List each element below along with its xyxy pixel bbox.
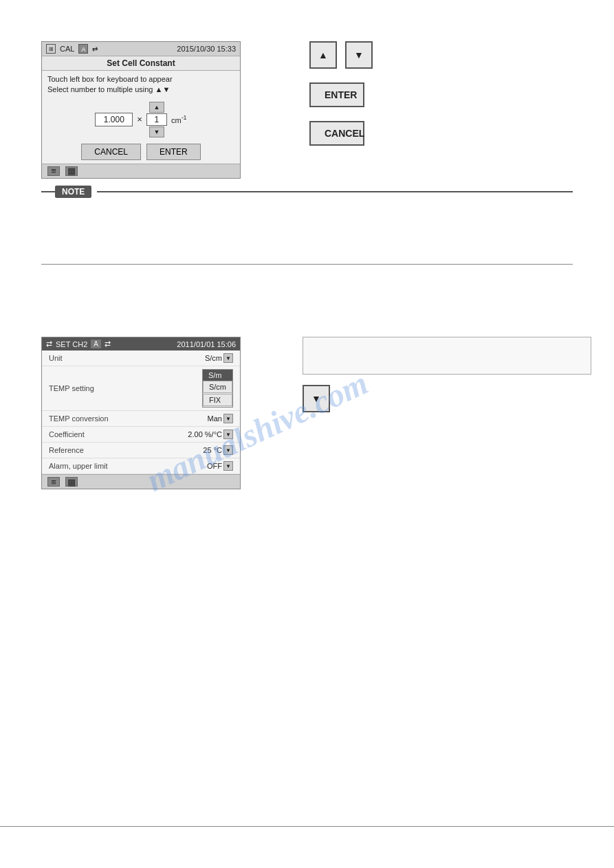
note-text-area [41, 203, 573, 258]
screen-instructions: Touch left box for keyboard to appear Se… [42, 71, 240, 99]
temp-setting-value: S/m S/cm FIX [201, 369, 233, 408]
enter-button[interactable]: ENTER [309, 82, 364, 107]
multiply-symbol: × [137, 114, 142, 124]
dropdown-option-sm[interactable]: S/m [203, 370, 232, 381]
multiplier-area: ▲ 1 ▼ [146, 102, 167, 137]
screen-input-row: 1.000 × ▲ 1 ▼ cm-1 [42, 99, 240, 140]
note-label: NOTE [55, 186, 91, 198]
usb-icon: ⇄ [92, 45, 98, 53]
unit-text: cm [171, 116, 182, 124]
reference-label: Reference [49, 446, 84, 454]
up-arrow-button[interactable]: ▲ [309, 41, 337, 69]
device-screen-bottom: ⇄ SET CH2 A ⇄ 2011/01/01 15:06 Unit S/cm… [41, 337, 241, 489]
screen-buttons-row: CANCEL ENTER [42, 140, 240, 164]
note-line-left [41, 191, 55, 192]
reference-row: Reference 25 °C ▼ [42, 443, 240, 458]
screen-title: Set Cell Constant [42, 56, 240, 71]
alarm-upper-value: OFF ▼ [207, 461, 233, 471]
right-controls-top: ▲ ▼ ENTER CANCEL [309, 41, 373, 146]
list-icon: ≡ [47, 166, 60, 176]
temp-setting-container: TEMP setting S/m S/cm FIX [42, 366, 240, 411]
set-cell-constant-title: Set Cell Constant [107, 58, 175, 68]
alarm-upper-text: OFF [207, 462, 222, 470]
dropdown-popup: S/m S/cm FIX [202, 369, 233, 408]
input-value-display: 1.000 [104, 115, 124, 124]
temp-conversion-row: TEMP conversion Man ▼ [42, 411, 240, 427]
coefficient-text: 2.00 %/°C [188, 430, 222, 438]
temp-conversion-text: Man [208, 414, 222, 423]
arrow-buttons: ▲ ▼ [309, 41, 373, 69]
unit-label-row: Unit [49, 354, 63, 362]
coefficient-label: Coefficient [49, 430, 85, 438]
coefficient-row: Coefficient 2.00 %/°C ▼ [42, 427, 240, 443]
set-ch2-label: SET CH2 [56, 340, 87, 348]
screen-footer-top: ≡ ▦ [42, 164, 240, 178]
temp-conversion-label: TEMP conversion [49, 414, 109, 423]
multiplier-value: 1 [146, 113, 167, 126]
unit-value-row: S/cm ▼ [205, 353, 233, 363]
cal-label: CAL [60, 45, 74, 53]
temp-conversion-value: Man ▼ [208, 414, 233, 423]
alarm-upper-label: Alarm, upper limit [49, 462, 108, 470]
screen-enter-button[interactable]: ENTER [146, 144, 201, 160]
cal-icon: ⊞ [46, 44, 56, 54]
temp-setting-row: TEMP setting S/m S/cm FIX [42, 366, 240, 411]
unit-value-text: S/cm [205, 354, 222, 362]
temp-conversion-dropdown[interactable]: ▼ [223, 414, 233, 423]
screen2-header-left: ⇄ SET CH2 A ⇄ [46, 340, 111, 348]
screen2-footer: ≡ ▦ [42, 474, 240, 489]
note-bottom-divider [41, 264, 573, 265]
note-line-right [97, 191, 573, 192]
bottom-divider [0, 826, 614, 827]
coefficient-value: 2.00 %/°C ▼ [188, 430, 233, 439]
bottom-down-arrow-button[interactable]: ▼ [303, 385, 330, 412]
list-icon-2: ≡ [47, 477, 60, 487]
alarm-upper-dropdown[interactable]: ▼ [223, 461, 233, 471]
temp-setting-label: TEMP setting [49, 384, 94, 392]
note-section: NOTE [0, 186, 614, 265]
usb-icon-2: ⇄ [105, 340, 111, 348]
multiplier-down-btn[interactable]: ▼ [149, 126, 164, 137]
unit-row: Unit S/cm ▼ [42, 350, 240, 366]
reference-dropdown[interactable]: ▼ [223, 445, 233, 455]
coefficient-dropdown[interactable]: ▼ [223, 430, 233, 439]
grid-icon-2: ▦ [65, 477, 78, 487]
bottom-right-controls: ▼ [303, 337, 591, 412]
dropdown-option-scm[interactable]: S/cm [203, 381, 232, 393]
instruction-line2: Select number to multiple using ▲▼ [47, 85, 234, 95]
screen2-datetime: 2011/01/01 15:06 [177, 340, 236, 348]
note-bar: NOTE [41, 186, 573, 198]
screen-cancel-button[interactable]: CANCEL [81, 144, 141, 160]
reference-value: 25 °C ▼ [203, 445, 233, 455]
cancel-button[interactable]: CANCEL [309, 121, 364, 146]
cell-constant-input[interactable]: 1.000 [95, 113, 133, 126]
alarm-upper-row: Alarm, upper limit OFF ▼ [42, 458, 240, 474]
grid-icon: ▦ [65, 166, 78, 176]
dropdown-option-fix[interactable]: FIX [203, 394, 232, 406]
device-screen-top: ⊞ CAL A ⇄ 2015/10/30 15:33 Set Cell Cons… [41, 41, 241, 179]
screen2-header: ⇄ SET CH2 A ⇄ 2011/01/01 15:06 [42, 337, 240, 350]
ch-icon: ⇄ [46, 340, 52, 348]
multiplier-up-btn[interactable]: ▲ [149, 102, 164, 113]
channel-a-icon: A [78, 44, 88, 54]
header-datetime: 2015/10/30 15:33 [177, 45, 236, 53]
channel-a-label: A [91, 340, 101, 348]
screen-header-left: ⊞ CAL A ⇄ [46, 44, 98, 54]
unit-dropdown-arrow[interactable]: ▼ [223, 353, 233, 363]
bottom-display-box [303, 337, 591, 375]
instruction-line1: Touch left box for keyboard to appear [47, 74, 234, 85]
down-arrow-button[interactable]: ▼ [345, 41, 373, 69]
unit-label: cm-1 [171, 114, 187, 124]
unit-superscript: -1 [182, 114, 187, 121]
reference-text: 25 °C [203, 446, 222, 454]
screen-header-top: ⊞ CAL A ⇄ 2015/10/30 15:33 [42, 42, 240, 56]
